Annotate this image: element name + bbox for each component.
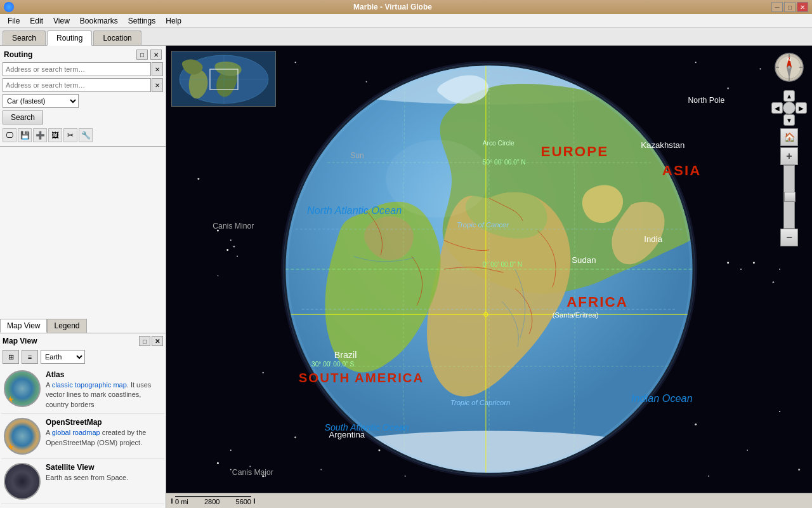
panel-expand-button[interactable]: □ <box>136 50 148 60</box>
svg-text:India: India <box>644 234 662 244</box>
svg-point-5 <box>217 275 218 276</box>
open-button[interactable]: 🖵 <box>3 128 16 142</box>
svg-point-9 <box>320 469 322 471</box>
osm-thumbnail: ★ <box>4 418 41 455</box>
svg-point-2 <box>295 62 296 63</box>
routing-search-button[interactable]: Search <box>3 110 43 124</box>
tab-search[interactable]: Search <box>3 30 46 45</box>
grid-view-button[interactable]: ⊞ <box>3 350 19 364</box>
pan-right-button[interactable]: ▶ <box>796 102 807 114</box>
svg-text:(Santa/Eritrea): (Santa/Eritrea) <box>553 311 599 319</box>
zoom-slider-thumb[interactable] <box>784 192 796 202</box>
list-view-button[interactable]: ≡ <box>22 350 38 364</box>
from-input[interactable] <box>3 62 151 76</box>
map-item-satellite[interactable]: Satellite View Earth as seen from Space. <box>1 459 164 504</box>
to-input[interactable] <box>3 78 151 92</box>
svg-text:30° 00' 00.0" S: 30° 00' 00.0" S <box>311 361 355 368</box>
route-results-area <box>0 147 166 319</box>
image-button[interactable]: 🖼 <box>48 128 62 142</box>
pan-left-button[interactable]: ◀ <box>771 102 783 114</box>
panel-close-button[interactable]: ✕ <box>150 50 162 60</box>
menu-help[interactable]: Help <box>160 15 187 27</box>
to-row: ✕ <box>3 78 163 92</box>
menu-edit[interactable]: Edit <box>25 15 48 27</box>
svg-point-90 <box>788 66 791 69</box>
svg-point-24 <box>226 249 228 251</box>
tab-location[interactable]: Location <box>93 30 141 45</box>
zoom-out-button[interactable]: − <box>780 229 798 246</box>
zoom-in-button[interactable]: + <box>780 147 798 165</box>
svg-point-4 <box>197 178 199 180</box>
add-waypoint-button[interactable]: ➕ <box>33 128 47 142</box>
svg-point-28 <box>230 469 232 471</box>
map-area[interactable]: North Pole Arco Circle 50° 00' 00.0" N E… <box>166 46 812 508</box>
save-button[interactable]: 💾 <box>18 128 32 142</box>
menu-view[interactable]: View <box>48 15 75 27</box>
svg-point-8 <box>230 450 232 451</box>
globe-svg: North Pole Arco Circle 50° 00' 00.0" N E… <box>166 46 812 493</box>
mapview-close-button[interactable]: ✕ <box>152 336 163 346</box>
globe-container: North Pole Arco Circle 50° 00' 00.0" N E… <box>166 46 812 493</box>
minimize-button[interactable]: ─ <box>771 2 783 12</box>
svg-point-27 <box>217 462 219 464</box>
svg-point-18 <box>747 450 748 451</box>
mapview-expand-button[interactable]: □ <box>139 336 150 346</box>
svg-text:Indian Ocean: Indian Ocean <box>631 392 693 404</box>
svg-text:AFRICA: AFRICA <box>566 294 628 310</box>
svg-text:Canis Major: Canis Major <box>232 468 273 477</box>
remove-button[interactable]: ✂ <box>63 128 77 142</box>
osm-name: OpenStreetMap <box>46 418 162 427</box>
osm-info: OpenStreetMap A global roadmap created b… <box>46 418 162 455</box>
mapview-panel: Map View □ ✕ ⊞ ≡ Earth Moon Mars ★ <box>0 333 166 508</box>
titlebar-left <box>4 2 14 12</box>
svg-text:North Atlantic Ocean: North Atlantic Ocean <box>307 204 402 216</box>
menu-bookmarks[interactable]: Bookmarks <box>75 15 123 27</box>
routing-panel: Routing □ ✕ ✕ ✕ Car (fastest) Car (short… <box>0 46 166 147</box>
globe-controls: ⊞ ≡ Earth Moon Mars <box>1 347 164 366</box>
svg-point-15 <box>760 68 761 69</box>
tab-legend[interactable]: Legend <box>47 319 86 333</box>
from-clear-button[interactable]: ✕ <box>152 62 163 76</box>
routing-panel-controls: □ ✕ <box>136 50 162 60</box>
app-icon <box>4 2 14 12</box>
menu-settings[interactable]: Settings <box>123 15 160 27</box>
tabbar: Search Routing Location <box>0 28 812 46</box>
menu-file[interactable]: File <box>3 15 25 27</box>
svg-point-30 <box>249 465 251 467</box>
mini-map[interactable] <box>171 51 276 107</box>
compass-svg: N <box>774 52 804 83</box>
home-button[interactable]: 🏠 <box>780 128 798 146</box>
tab-map-view[interactable]: Map View <box>0 319 47 333</box>
mapview-header: Map View □ ✕ <box>1 335 164 347</box>
maximize-button[interactable]: □ <box>784 2 796 12</box>
routing-header: Routing □ ✕ <box>3 48 163 62</box>
osm-link[interactable]: global roadmap <box>52 429 100 436</box>
svg-text:Canis Minor: Canis Minor <box>213 222 254 231</box>
svg-point-35 <box>773 281 774 283</box>
transport-select[interactable]: Car (fastest) Car (shortest) Bicycle Wal… <box>3 94 79 108</box>
close-button[interactable]: ✕ <box>797 2 808 12</box>
compass[interactable]: N <box>774 52 804 83</box>
globe-select[interactable]: Earth Moon Mars <box>41 350 85 364</box>
scale-label-mid: 2800 <box>204 498 219 505</box>
titlebar: Marble - Virtual Globe ─ □ ✕ <box>0 0 812 14</box>
svg-text:Sudan: Sudan <box>572 255 596 265</box>
svg-point-23 <box>230 239 232 241</box>
transport-row: Car (fastest) Car (shortest) Bicycle Wal… <box>3 94 163 108</box>
main-layout: Routing □ ✕ ✕ ✕ Car (fastest) Car (short… <box>0 46 812 508</box>
zoom-slider[interactable] <box>783 165 795 229</box>
svg-point-7 <box>294 436 296 438</box>
menubar: File Edit View Bookmarks Settings Help <box>0 14 812 28</box>
scale-label-right: 5600 <box>236 498 251 505</box>
nav-controls: ▲ ▼ ◀ ▶ 🏠 + − <box>771 90 807 246</box>
settings-button[interactable]: 🔧 <box>79 128 93 142</box>
pan-down-button[interactable]: ▼ <box>783 114 795 126</box>
to-clear-button[interactable]: ✕ <box>152 78 163 92</box>
pan-up-button[interactable]: ▲ <box>783 90 795 102</box>
map-item-osm[interactable]: ★ OpenStreetMap A global roadmap created… <box>1 414 164 459</box>
tab-routing[interactable]: Routing <box>47 30 92 46</box>
atlas-description: A classic topographic map. It uses vecto… <box>46 380 162 410</box>
atlas-link[interactable]: classic topographic map <box>52 381 127 389</box>
svg-text:0° 00' 00.0" N: 0° 00' 00.0" N <box>483 261 522 268</box>
map-item-atlas[interactable]: ★ Atlas A classic topographic map. It us… <box>1 366 164 414</box>
